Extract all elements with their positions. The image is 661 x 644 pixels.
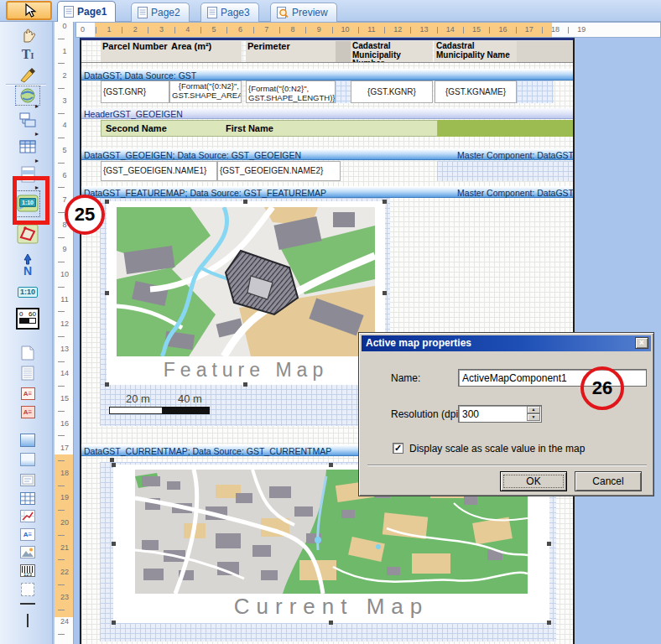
panel-icon bbox=[20, 474, 35, 486]
header-empty-cell[interactable] bbox=[517, 41, 575, 62]
spinner-up-button[interactable]: ▲ bbox=[527, 406, 540, 413]
pointer-tool-button[interactable] bbox=[6, 1, 52, 20]
rich-text-tool[interactable]: A≡ bbox=[16, 384, 39, 402]
selection-handle[interactable] bbox=[105, 382, 109, 387]
feature-map-icon bbox=[17, 224, 39, 244]
textbox-tool[interactable]: A≡ bbox=[16, 525, 39, 543]
field-shape-length[interactable]: {Format("{0:N2}", GST.SHAPE_LENGTH)} bbox=[246, 80, 336, 103]
picture-icon bbox=[20, 546, 35, 558]
chart-tool[interactable] bbox=[16, 506, 39, 525]
column-header-cadastral-name[interactable]: Cadastral Municipality Name bbox=[435, 41, 517, 62]
format-painter-tool[interactable] bbox=[16, 65, 39, 84]
column-header-cadastral-number[interactable]: Cadastral Municipality Number bbox=[351, 41, 433, 62]
vruler-tick bbox=[58, 411, 65, 412]
selection-handle[interactable] bbox=[243, 200, 247, 204]
band-header-geoeigen[interactable]: HeaderGST_GEOEIGEN bbox=[81, 108, 575, 119]
selection-handle[interactable] bbox=[105, 200, 109, 204]
hruler-tick bbox=[148, 27, 148, 34]
selection-handle[interactable] bbox=[112, 542, 116, 546]
selection-handle[interactable] bbox=[243, 382, 247, 387]
field-kgnr[interactable]: {GST.KGNR} bbox=[351, 80, 433, 103]
selection-handle[interactable] bbox=[112, 621, 116, 625]
hruler-number: 3 bbox=[157, 25, 167, 34]
field-name2[interactable]: {GST_GEOEIGEN.NAME2} bbox=[217, 161, 341, 181]
geoeigen-header-row[interactable]: Second Name First Name bbox=[101, 120, 438, 137]
tab-page2[interactable]: Page2 bbox=[131, 3, 190, 22]
display-scale-checkbox[interactable]: ✓ bbox=[393, 443, 403, 454]
table-tool[interactable] bbox=[16, 138, 39, 156]
selection-handle[interactable] bbox=[112, 463, 116, 467]
tab-page3-label: Page3 bbox=[221, 7, 250, 18]
shape-tool[interactable] bbox=[16, 580, 39, 599]
notes-page-tool[interactable] bbox=[16, 364, 39, 382]
subreport-tool[interactable] bbox=[16, 111, 39, 129]
subreport-icon bbox=[18, 112, 38, 128]
grid-icon bbox=[20, 492, 35, 505]
vruler-tick bbox=[58, 187, 65, 188]
hruler-tick bbox=[358, 27, 359, 34]
hruler-tick bbox=[516, 27, 517, 34]
band-datagst[interactable]: DataGST; Data Source: GST bbox=[81, 69, 575, 80]
selection-handle[interactable] bbox=[383, 200, 387, 204]
selection-handle[interactable] bbox=[547, 621, 551, 625]
tab-page1[interactable]: Page1 bbox=[57, 1, 116, 22]
cancel-button[interactable]: Cancel bbox=[575, 471, 642, 491]
geoeigen-header-first-name[interactable]: First Name bbox=[226, 123, 273, 133]
tab-page3[interactable]: Page3 bbox=[200, 3, 259, 22]
selection-handle[interactable] bbox=[329, 621, 333, 625]
picture-tool[interactable] bbox=[16, 543, 39, 561]
header-spacer-cell[interactable] bbox=[336, 41, 351, 62]
field-shape-area[interactable]: {Format("{0:N2}", GST.SHAPE_AREA)} bbox=[169, 80, 242, 103]
scalebar-segment-black[interactable] bbox=[163, 407, 210, 414]
scale-bar-tool[interactable]: 0 60 bbox=[16, 307, 39, 330]
column-header-parcel-number[interactable]: Parcel Number bbox=[101, 41, 169, 62]
feature-map-component[interactable]: Feature Map bbox=[107, 201, 385, 385]
selection-handle[interactable] bbox=[105, 291, 109, 295]
spinner-down-button[interactable]: ▼ bbox=[527, 413, 540, 421]
text-tool[interactable]: TI bbox=[16, 45, 39, 64]
tab-page2-label: Page2 bbox=[151, 7, 180, 18]
selection-handle[interactable] bbox=[547, 542, 551, 546]
hruler-tick bbox=[305, 27, 306, 34]
vertical-line-tool[interactable] bbox=[16, 612, 39, 629]
dialog-title-bar[interactable]: Active map properties × bbox=[362, 335, 651, 351]
band-datagst-geoeigen[interactable]: DataGST_GEOEIGEN; Data Source: GST_GEOEI… bbox=[81, 148, 575, 160]
rich-text-tool-2[interactable]: A≡ bbox=[16, 402, 39, 421]
band-tool[interactable] bbox=[16, 450, 39, 469]
field-name1[interactable]: {GST_GEOEIGEN.NAME1} bbox=[101, 161, 217, 181]
column-header-perimeter[interactable]: Perimeter bbox=[246, 41, 336, 62]
ok-button[interactable]: OK bbox=[500, 471, 567, 491]
vruler-tick bbox=[58, 535, 65, 536]
flyout-arrow-icon[interactable]: ▸ bbox=[35, 131, 39, 138]
vruler-number: 5 bbox=[55, 146, 74, 155]
current-map-caption[interactable]: Current Map bbox=[113, 594, 549, 620]
column-header-area[interactable]: Area (m²) bbox=[169, 41, 242, 62]
selection-handle[interactable] bbox=[383, 291, 387, 295]
feature-map-tool[interactable] bbox=[16, 223, 39, 245]
flyout-arrow-icon[interactable]: ▸ bbox=[35, 103, 39, 110]
scale-text-tool[interactable]: 1:10 bbox=[16, 286, 39, 298]
selection-handle[interactable] bbox=[110, 458, 114, 462]
scalebar-segment-white[interactable] bbox=[109, 407, 163, 414]
horizontal-line-tool[interactable] bbox=[16, 600, 39, 607]
hruler-number: 7 bbox=[262, 25, 272, 34]
selection-handle[interactable] bbox=[329, 463, 333, 467]
geoeigen-header-second-name[interactable]: Second Name bbox=[106, 123, 167, 133]
dialog-close-button[interactable]: × bbox=[635, 337, 648, 349]
tab-preview[interactable]: Preview bbox=[270, 3, 337, 22]
panel-tool[interactable] bbox=[16, 470, 39, 489]
feature-map-caption[interactable]: Feature Map bbox=[107, 359, 385, 382]
gradient-band-tool[interactable] bbox=[16, 431, 39, 449]
page-tool[interactable] bbox=[16, 344, 39, 362]
field-kgname[interactable]: {GST.KGNAME} bbox=[435, 80, 517, 103]
barcode-tool[interactable]: 123 bbox=[16, 561, 39, 579]
pan-tool[interactable] bbox=[16, 25, 39, 44]
hruler-number: 18 bbox=[550, 25, 560, 34]
north-arrow-tool[interactable]: N bbox=[16, 252, 39, 278]
flyout-arrow-icon[interactable]: ▸ bbox=[35, 158, 39, 164]
grid-tool[interactable] bbox=[16, 489, 39, 507]
geoeigen-header-green-cell[interactable] bbox=[438, 120, 575, 137]
field-gnr[interactable]: {GST.GNR} bbox=[101, 80, 169, 103]
band-datagst-featuremap[interactable]: DataGST_FEATUREMAP; Data Source: GST_FEA… bbox=[81, 186, 575, 198]
tab-page1-label: Page1 bbox=[77, 6, 107, 18]
